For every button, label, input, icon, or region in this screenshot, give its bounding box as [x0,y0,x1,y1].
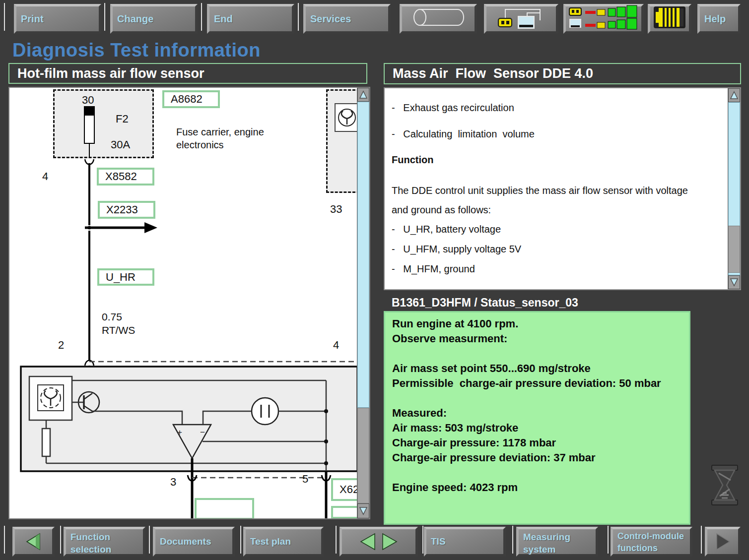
wire-size-label: 0.75 [102,311,122,323]
svg-text:−: − [200,428,205,437]
scroll-down-icon [359,506,368,515]
wire-color-label: RT/WS [102,324,135,336]
diagram-scrollbar-thumb[interactable] [357,102,369,408]
info-bullet: - M_HFM, ground [392,263,719,275]
scroll-down-icon [730,278,739,287]
toolbar-separator [608,526,609,554]
signal-box-uhr[interactable]: U_HR [97,268,154,286]
scroll-up-icon [359,90,368,99]
hourglass-icon [708,463,742,509]
function-selection-button[interactable]: Function selection [64,527,145,557]
plug-icon [653,5,686,33]
info-panel: - Exhaust gas recirculation - Calculatin… [384,87,741,290]
fuse-name-label: F2 [116,113,129,125]
toolbar-separator [701,526,702,554]
info-scrollbar-thumb[interactable] [728,226,740,273]
test-plan-button[interactable]: Test plan [243,527,324,557]
info-paragraph-line: and ground as follows: [392,204,719,216]
svg-text:+: + [177,428,182,437]
toolbar-separator [336,526,337,554]
toolbar-separator [512,526,513,554]
change-button[interactable]: Change [110,4,198,34]
connector-box-x2233[interactable]: X2233 [98,201,155,219]
toolbar-separator [60,526,61,554]
measuring-system-button[interactable]: Measuring system [516,527,598,557]
end-button[interactable]: End [207,4,294,34]
status-line: Charge-air pressure deviation: 37 mbar [392,450,682,465]
toolbar-separator [240,526,241,554]
toolbar-separator [422,526,423,554]
fuse-carrier-description: Fuse carrier, engine electronics [176,125,264,151]
pin-4-right-label: 4 [333,339,339,352]
page-navigation-button[interactable] [340,527,418,557]
next-page-icon [379,532,401,552]
diagram-scroll-down-button[interactable] [357,503,369,518]
services-button[interactable]: Services [303,4,391,34]
status-panel-title: B1361_D3HFM / Status_sensor_03 [392,296,578,310]
status-line: Air mass set point 550...690 mg/stroke [392,361,682,376]
connector-box-x8582[interactable]: X8582 [97,168,154,186]
toolbar-separator [104,3,105,31]
status-line [392,346,682,361]
info-scroll-down-button[interactable] [728,275,740,289]
info-bullet: - Calculating limitation volume [392,128,719,140]
connector-module-tool-button[interactable] [484,4,558,34]
back-arrow-icon [24,532,44,552]
connector-box-a8682[interactable]: A8682 [162,90,220,108]
info-heading: Function [392,154,719,166]
info-scroll-up-button[interactable] [728,88,740,102]
measurement-bars-icon [567,5,640,33]
forward-button[interactable] [705,527,741,557]
control-module-functions-button[interactable]: Control-module functions [611,527,692,557]
plug-tool-button[interactable] [648,4,691,34]
status-line: Air mass: 503 mg/stroke [392,421,682,436]
status-line [392,391,682,406]
forward-arrow-icon [713,532,733,552]
status-line: Measured: [392,406,682,421]
cylinder-icon [406,6,471,32]
pin-3-label: 3 [170,476,176,489]
status-line: Run engine at 4100 rpm. [392,316,682,331]
pin-4-top-label: 4 [42,170,48,183]
fuse-carrier-dashed-box [53,89,154,158]
scroll-up-icon [730,91,739,100]
status-line: Charge-air pressure: 1178 mbar [392,436,682,450]
back-button[interactable] [12,527,55,557]
pin-5-label: 5 [302,473,308,486]
diagram-scroll-up-button[interactable] [357,88,369,102]
status-line: Permissible charge-air pressure deviatio… [392,376,682,391]
status-line [392,465,682,480]
info-scrollbar[interactable] [728,88,740,289]
measurement-status-panel: Run engine at 4100 rpm.Observe measurmen… [384,311,690,525]
info-bullet: - U_HFM, supply voltage 5V [392,244,719,255]
pin-2-label: 2 [58,339,64,352]
previous-page-icon [357,532,379,552]
tis-button[interactable]: TIS [424,527,506,557]
diagram-scrollbar[interactable] [357,88,369,518]
dis-diagnosis-screen: Print Change End Services [0,0,749,560]
pin-33-label: 33 [330,203,342,216]
diagram-panel-title: Hot-film mass air flow sensor [8,63,367,84]
info-panel-title: Mass Air Flow Sensor DDE 4.0 [384,63,741,84]
diagram-scrollbar-track[interactable] [357,408,369,503]
toolbar-separator [4,3,5,31]
status-line: Engine speed: 4023 rpm [392,480,682,495]
print-button[interactable]: Print [14,4,101,34]
toolbar-separator [201,3,202,31]
fuse-rating-label: 30A [111,138,130,151]
status-line: Observe measurment: [392,331,682,346]
toolbar-separator [4,526,5,554]
cylinder-tool-button[interactable] [400,4,477,34]
page-title: Diagnosis Test information [12,40,261,61]
info-bullet: - Exhaust gas recirculation [392,102,719,114]
measurement-tool-button[interactable] [563,4,644,34]
terminal-30-label: 30 [82,94,94,107]
wiring-diagram-panel: + − A8682 X8582 X2233 U_HR X62 [8,87,370,519]
documents-button[interactable]: Documents [153,527,235,557]
help-button[interactable]: Help [697,4,741,34]
info-paragraph-line: The DDE control unit supplies the mass a… [392,185,719,196]
toolbar-separator [298,3,299,31]
connector-box-bottom[interactable] [195,498,254,519]
toolbar-separator [149,526,150,554]
connector-module-icon [490,5,552,32]
